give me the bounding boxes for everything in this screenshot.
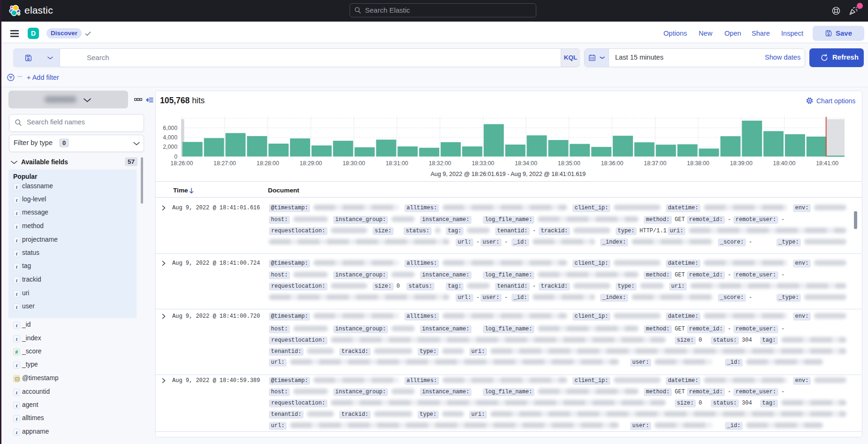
- svg-text:18:40:00: 18:40:00: [773, 160, 796, 167]
- svg-text:18:35:00: 18:35:00: [558, 160, 580, 167]
- svg-text:18:26:00: 18:26:00: [170, 160, 193, 167]
- svg-text:18:33:00: 18:33:00: [472, 160, 494, 167]
- svg-text:18:32:00: 18:32:00: [429, 160, 451, 167]
- svg-text:18:34:00: 18:34:00: [515, 160, 537, 167]
- svg-text:0: 0: [174, 153, 177, 160]
- svg-text:6,000: 6,000: [163, 125, 177, 131]
- svg-text:2,000: 2,000: [163, 144, 177, 150]
- svg-text:18:37:00: 18:37:00: [644, 160, 666, 167]
- svg-text:18:36:00: 18:36:00: [601, 160, 624, 167]
- svg-text:18:39:00: 18:39:00: [730, 160, 753, 167]
- svg-text:4,000: 4,000: [163, 134, 177, 141]
- svg-text:18:38:00: 18:38:00: [687, 160, 709, 167]
- svg-text:18:31:00: 18:31:00: [386, 160, 408, 167]
- svg-text:18:29:00: 18:29:00: [300, 160, 322, 167]
- svg-text:18:30:00: 18:30:00: [343, 160, 365, 167]
- svg-text:18:41:00: 18:41:00: [816, 160, 838, 167]
- svg-text:18:28:00: 18:28:00: [257, 160, 279, 167]
- svg-text:18:27:00: 18:27:00: [213, 160, 236, 167]
